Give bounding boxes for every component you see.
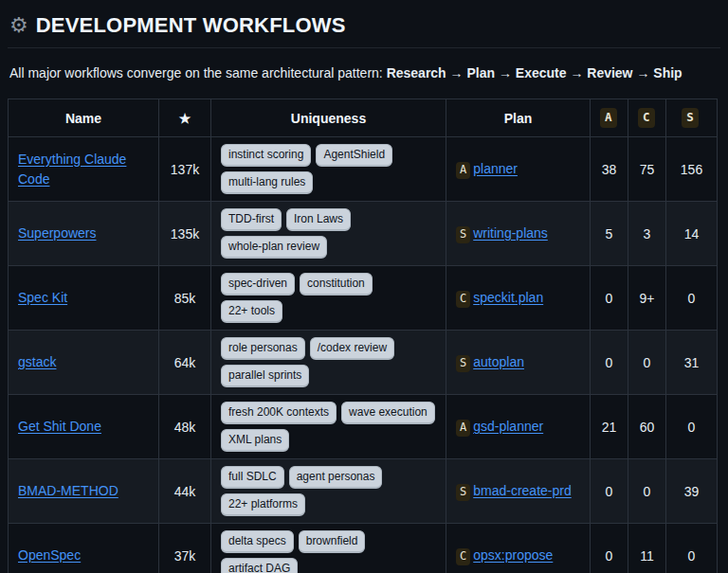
uniqueness-cell: fresh 200K contextswave executionXML pla… <box>211 395 446 459</box>
page-header: ⚙ DEVELOPMENT WORKFLOWS <box>8 8 720 47</box>
badge-list: TDD-firstIron Lawswhole-plan review <box>221 208 436 259</box>
plan-cell: Swriting-plans <box>446 202 591 266</box>
page-title: DEVELOPMENT WORKFLOWS <box>36 13 346 38</box>
table-row: Superpowers 135k TDD-firstIron Lawswhole… <box>9 202 718 266</box>
plan-cell: Copsx:propose <box>446 524 591 573</box>
badge-list: delta specsbrownfieldartifact DAG <box>221 530 436 573</box>
workflow-name-link[interactable]: Everything Claude Code <box>18 152 126 187</box>
plan-cell: Agsd-planner <box>446 395 591 459</box>
title-divider <box>8 47 720 48</box>
uniqueness-cell: TDD-firstIron Lawswhole-plan review <box>211 202 446 266</box>
a-count-cell: 0 <box>591 331 628 395</box>
a-count-cell: 5 <box>591 202 628 266</box>
plan-prefix-code: A <box>456 420 470 437</box>
table-row: Spec Kit 85k spec-drivenconstitution22+ … <box>9 266 718 331</box>
badge-list: instinct scoringAgentShieldmulti-lang ru… <box>221 144 436 194</box>
header-c-code: C <box>638 108 655 128</box>
uniqueness-badge: role personas <box>221 337 305 360</box>
header-uniqueness: Uniqueness <box>211 99 446 137</box>
s-count-cell: 31 <box>666 331 718 395</box>
plan-link[interactable]: bmad-create-prd <box>473 483 572 498</box>
plan-prefix-code: C <box>456 548 470 565</box>
uniqueness-badge: AgentShield <box>316 144 392 167</box>
c-count-cell: 9+ <box>628 266 666 331</box>
table-body: Everything Claude Code 137k instinct sco… <box>9 137 718 573</box>
header-s: S <box>666 99 718 137</box>
plan-prefix-code: S <box>456 355 470 372</box>
a-count-cell: 0 <box>591 459 628 524</box>
workflow-name-link[interactable]: gstack <box>18 354 56 369</box>
plan-link[interactable]: opsx:propose <box>473 547 553 563</box>
uniqueness-badge: TDD-first <box>221 208 282 231</box>
name-cell: Get Shit Done <box>9 395 159 459</box>
name-cell: Spec Kit <box>9 266 159 331</box>
stars-cell: 48k <box>159 395 211 459</box>
plan-prefix-code: S <box>456 226 470 243</box>
uniqueness-badge: fresh 200K contexts <box>221 402 337 424</box>
header-plan: Plan <box>446 99 591 137</box>
uniqueness-cell: delta specsbrownfieldartifact DAG <box>211 524 446 573</box>
plan-prefix-code: A <box>456 162 470 179</box>
workflows-table: Name ★ Uniqueness Plan A C S Everything … <box>8 98 718 573</box>
badge-list: full SDLCagent personas22+ platforms <box>221 466 436 516</box>
table-row: BMAD-METHOD 44k full SDLCagent personas2… <box>9 459 718 524</box>
subtitle-pattern: Research → Plan → Execute → Review → Shi… <box>387 65 682 81</box>
name-cell: gstack <box>9 331 159 395</box>
workflow-name-link[interactable]: Spec Kit <box>18 290 67 305</box>
c-count-cell: 75 <box>628 137 666 202</box>
uniqueness-badge: parallel sprints <box>221 365 309 387</box>
header-c: C <box>628 99 666 137</box>
uniqueness-badge: constitution <box>300 273 373 295</box>
c-count-cell: 0 <box>628 459 666 524</box>
badge-list: role personas/codex reviewparallel sprin… <box>221 337 436 387</box>
stars-cell: 85k <box>159 266 211 331</box>
plan-link[interactable]: autoplan <box>473 354 524 369</box>
stars-cell: 137k <box>159 137 211 202</box>
uniqueness-cell: spec-drivenconstitution22+ tools <box>211 266 446 331</box>
uniqueness-badge: Iron Laws <box>286 208 351 231</box>
s-count-cell: 39 <box>666 459 718 524</box>
plan-cell: Sautoplan <box>446 331 591 395</box>
stars-cell: 64k <box>159 331 211 395</box>
table-header: Name ★ Uniqueness Plan A C S <box>9 99 718 137</box>
a-count-cell: 38 <box>591 137 628 202</box>
uniqueness-badge: artifact DAG <box>221 558 298 573</box>
plan-link[interactable]: gsd-planner <box>473 419 543 434</box>
plan-prefix-code: S <box>456 484 470 501</box>
plan-link[interactable]: speckit.plan <box>473 290 543 305</box>
workflow-name-link[interactable]: BMAD-METHOD <box>18 483 118 498</box>
gear-icon: ⚙ <box>9 15 28 36</box>
c-count-cell: 60 <box>628 395 666 459</box>
plan-link[interactable]: planner <box>473 161 518 176</box>
uniqueness-badge: full SDLC <box>221 466 284 489</box>
s-count-cell: 0 <box>666 395 718 459</box>
plan-prefix-code: C <box>456 291 470 308</box>
uniqueness-badge: instinct scoring <box>221 144 311 167</box>
table-row: Get Shit Done 48k fresh 200K contextswav… <box>9 395 718 459</box>
table-row: Everything Claude Code 137k instinct sco… <box>9 137 718 202</box>
plan-link[interactable]: writing-plans <box>473 225 548 241</box>
uniqueness-badge: /codex review <box>310 337 394 360</box>
badge-list: spec-drivenconstitution22+ tools <box>221 273 436 323</box>
s-count-cell: 0 <box>666 266 718 331</box>
s-count-cell: 14 <box>666 202 718 266</box>
uniqueness-badge: multi-lang rules <box>221 171 313 194</box>
table-row: OpenSpec 37k delta specsbrownfieldartifa… <box>9 524 718 573</box>
workflow-name-link[interactable]: OpenSpec <box>18 547 81 563</box>
uniqueness-cell: instinct scoringAgentShieldmulti-lang ru… <box>211 137 446 202</box>
uniqueness-badge: delta specs <box>221 530 294 553</box>
uniqueness-cell: full SDLCagent personas22+ platforms <box>211 459 446 524</box>
badge-list: fresh 200K contextswave executionXML pla… <box>221 402 436 452</box>
name-cell: Everything Claude Code <box>9 137 159 202</box>
a-count-cell: 21 <box>591 395 628 459</box>
uniqueness-badge: whole-plan review <box>221 236 327 259</box>
uniqueness-badge: 22+ tools <box>221 300 282 323</box>
uniqueness-badge: 22+ platforms <box>221 493 305 516</box>
s-count-cell: 156 <box>666 137 718 202</box>
workflow-name-link[interactable]: Get Shit Done <box>18 419 101 434</box>
subtitle: All major workflows converge on the same… <box>9 63 720 83</box>
name-cell: Superpowers <box>9 202 159 266</box>
uniqueness-badge: wave execution <box>341 402 435 424</box>
uniqueness-badge: agent personas <box>289 466 383 489</box>
workflow-name-link[interactable]: Superpowers <box>18 225 97 241</box>
